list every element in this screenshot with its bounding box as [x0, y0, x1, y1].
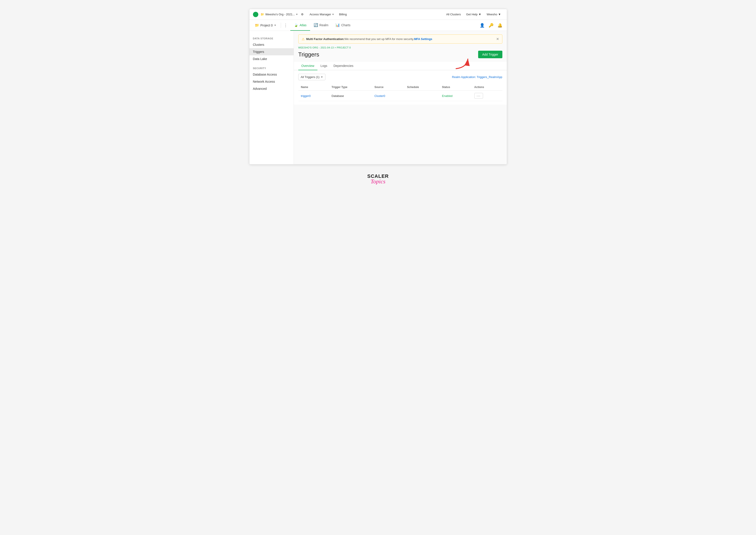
security-section: SECURITY Database Access Network Access …: [249, 65, 294, 92]
dependencies-tab[interactable]: Dependencies: [330, 62, 356, 70]
service-tabs: 🍃 Atlas 🔄 Realm 📊 Charts: [290, 20, 354, 31]
billing-menu-item[interactable]: Billing: [337, 11, 349, 17]
logs-tab[interactable]: Logs: [318, 62, 330, 70]
data-storage-section-title: DATA STORAGE: [249, 35, 294, 41]
sidebar: DATA STORAGE Clusters Triggers Data Lake…: [249, 31, 294, 164]
trigger-actions-cell: ···: [472, 91, 502, 101]
filter-label: All Triggers (1): [301, 75, 320, 79]
col-status: Status: [439, 84, 471, 91]
project-options-button[interactable]: ⋮: [283, 22, 289, 29]
all-clusters-button[interactable]: All Clusters: [444, 11, 463, 17]
add-trigger-button[interactable]: Add Trigger: [478, 51, 502, 58]
mfa-settings-link[interactable]: MFA Settings: [414, 37, 432, 41]
table-header: Name Trigger Type Source Schedule Status…: [298, 84, 502, 91]
realm-tab[interactable]: 🔄 Realm: [310, 20, 332, 31]
overview-tab[interactable]: Overview: [298, 62, 318, 70]
org-selector[interactable]: 📁 Weesho's Org - 2021... ▼: [261, 13, 298, 16]
project-chevron-icon: ▼: [274, 24, 276, 26]
browser-window: 📁 Weesho's Org - 2021... ▼ ⚙ Access Mana…: [249, 9, 507, 164]
col-source: Source: [372, 84, 404, 91]
table-controls: All Triggers (1) ▼ Realm Application: Tr…: [298, 74, 502, 80]
atlas-icon: 🍃: [294, 23, 298, 27]
data-storage-section: DATA STORAGE Clusters Triggers Data Lake: [249, 35, 294, 63]
charts-label: Charts: [341, 23, 350, 27]
user-account-button[interactable]: Weesho ▼: [484, 11, 503, 17]
table-body: trigger0 Database Cluster0 Enabled ···: [298, 91, 502, 101]
data-lake-label: Data Lake: [253, 57, 267, 61]
trigger-schedule-cell: [404, 91, 439, 101]
folder-icon: 📁: [255, 23, 259, 27]
page-title: Triggers: [298, 51, 319, 58]
realm-app-label: Realm Application:: [452, 75, 476, 79]
network-access-label: Network Access: [253, 80, 275, 83]
mongodb-logo: [253, 12, 258, 17]
trigger-status-cell: Enabled: [439, 91, 471, 101]
trigger-type-cell: Database: [329, 91, 372, 101]
sidebar-item-data-lake[interactable]: Data Lake: [249, 55, 294, 63]
user-chevron-icon: ▼: [498, 13, 501, 16]
gear-icon: ⚙: [301, 13, 304, 16]
access-key-icon[interactable]: 🔑: [488, 22, 494, 29]
realm-label: Realm: [320, 23, 328, 27]
sidebar-item-triggers[interactable]: Triggers: [249, 48, 294, 55]
realm-app-link[interactable]: Triggers_RealmApp: [477, 75, 502, 79]
project-selector[interactable]: 📁 Project 0 ▼: [253, 22, 278, 29]
sidebar-item-network-access[interactable]: Network Access: [249, 78, 294, 85]
gear-button[interactable]: ⚙: [301, 13, 304, 16]
sidebar-item-advanced[interactable]: Advanced: [249, 85, 294, 92]
logs-tab-label: Logs: [321, 64, 327, 68]
get-help-label: Get Help: [466, 13, 477, 16]
topics-text: Topics: [367, 178, 389, 185]
content-spacer: [294, 105, 507, 140]
top-nav: 📁 Weesho's Org - 2021... ▼ ⚙ Access Mana…: [249, 9, 507, 20]
table-area: All Triggers (1) ▼ Realm Application: Tr…: [294, 70, 507, 105]
warning-icon: ⚠: [302, 37, 304, 41]
get-help-button[interactable]: Get Help ▼: [464, 11, 484, 17]
content-tabs: Overview Logs Dependencies: [294, 62, 507, 70]
sidebar-item-clusters[interactable]: Clusters: [249, 41, 294, 48]
dependencies-tab-label: Dependencies: [333, 64, 353, 68]
trigger-actions-button[interactable]: ···: [474, 93, 483, 99]
access-manager-label: Access Manager: [309, 13, 331, 16]
access-manager-chevron-icon: ▼: [332, 13, 334, 15]
breadcrumb: WEESHO'S ORG - 2021-04-13 > PROJECT 0: [294, 43, 507, 50]
sidebar-item-database-access[interactable]: Database Access: [249, 71, 294, 78]
col-trigger-type: Trigger Type: [329, 84, 372, 91]
user-name-label: Weesho: [487, 13, 497, 16]
clusters-label: Clusters: [253, 43, 264, 46]
footer-logo: SCALER Topics: [367, 173, 389, 185]
atlas-tab[interactable]: 🍃 Atlas: [290, 20, 310, 31]
col-actions: Actions: [472, 84, 502, 91]
mfa-banner: ⚠ Multi Factor Authentication: We recomm…: [298, 35, 502, 43]
top-nav-right: All Clusters Get Help ▼ Weesho ▼: [444, 11, 503, 17]
trigger-source-cell[interactable]: Cluster0: [372, 91, 404, 101]
triggers-table: Name Trigger Type Source Schedule Status…: [298, 84, 502, 101]
content-area: ⚠ Multi Factor Authentication: We recomm…: [294, 31, 507, 164]
breadcrumb-text: WEESHO'S ORG - 2021-04-13 > PROJECT 0: [298, 46, 351, 49]
notifications-icon[interactable]: 🔔: [497, 22, 503, 29]
access-manager-menu-item[interactable]: Access Manager ▼: [307, 11, 336, 17]
overview-tab-label: Overview: [301, 64, 314, 68]
filter-chevron-icon: ▼: [321, 76, 323, 78]
trigger-filter-dropdown[interactable]: All Triggers (1) ▼: [298, 74, 325, 80]
main-content: DATA STORAGE Clusters Triggers Data Lake…: [249, 31, 507, 164]
mfa-banner-close-button[interactable]: ✕: [496, 37, 499, 41]
page-header-wrapper: Triggers Add Trigger: [294, 50, 507, 62]
triggers-label: Triggers: [253, 50, 264, 54]
security-section-title: SECURITY: [249, 65, 294, 71]
org-name: Weesho's Org - 2021...: [266, 13, 295, 16]
invite-user-icon[interactable]: 👤: [479, 22, 486, 29]
atlas-label: Atlas: [300, 23, 307, 27]
mfa-body-text: We recommend that you set up MFA for mor…: [345, 37, 414, 41]
realm-icon: 🔄: [314, 23, 318, 27]
org-chevron-icon: ▼: [296, 13, 298, 15]
realm-app-info: Realm Application: Triggers_RealmApp: [452, 75, 502, 79]
table-row: trigger0 Database Cluster0 Enabled ···: [298, 91, 502, 101]
second-nav: 📁 Project 0 ▼ ⋮ 🍃 Atlas 🔄 Realm 📊 Charts…: [249, 20, 507, 31]
billing-label: Billing: [339, 13, 347, 16]
charts-tab[interactable]: 📊 Charts: [332, 20, 354, 31]
trigger-name-cell[interactable]: trigger0: [298, 91, 329, 101]
second-nav-right: 👤 🔑 🔔: [479, 22, 503, 29]
top-nav-menu: Access Manager ▼ Billing: [307, 11, 349, 17]
all-clusters-label: All Clusters: [446, 13, 461, 16]
